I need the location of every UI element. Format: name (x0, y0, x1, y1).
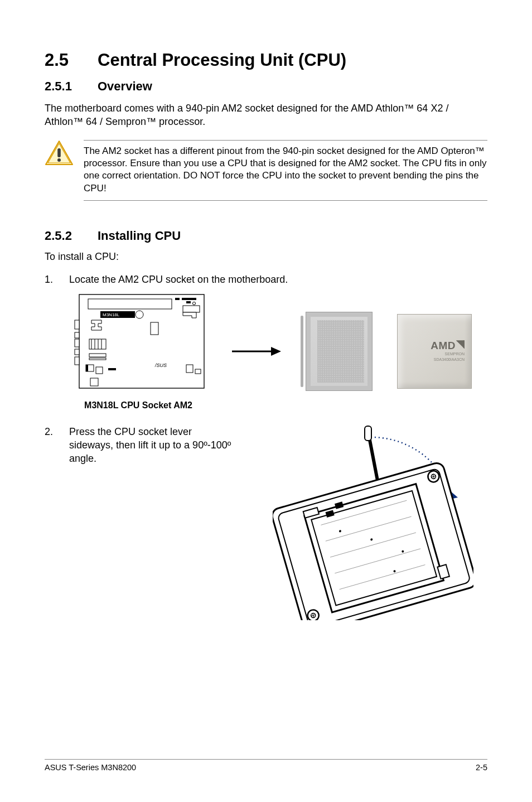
board-brand-label: /SUS (154, 363, 167, 368)
cpu-sub1: SEMPRON (445, 352, 465, 356)
svg-rect-0 (57, 148, 61, 157)
warning-text: The AM2 socket has a different pinout fr… (84, 145, 487, 195)
motherboard-diagram: M3N18L (69, 291, 207, 412)
subsection-title: Installing CPU (98, 229, 181, 243)
subsection-install-heading: 2.5.2Installing CPU (45, 229, 487, 243)
svg-rect-27 (108, 368, 116, 370)
subsection-title: Overview (98, 79, 152, 93)
motherboard-caption: M3N18L CPU Socket AM2 (69, 399, 207, 412)
install-intro: To install a CPU: (45, 251, 487, 263)
svg-rect-35 (365, 426, 371, 441)
board-model-label: M3N18L (103, 312, 120, 317)
svg-rect-3 (88, 299, 172, 309)
footer-left: ASUS T-Series M3N8200 (45, 763, 136, 772)
svg-point-7 (192, 302, 195, 305)
svg-rect-25 (86, 365, 88, 371)
cpu-photo: AMD SEMPRON SDA3400IAA3CN (397, 314, 472, 389)
svg-rect-16 (75, 357, 79, 365)
warning-icon (45, 140, 74, 167)
step-1: 1. Locate the AM2 CPU socket on the moth… (45, 273, 487, 411)
subsection-number: 2.5.2 (45, 229, 98, 243)
svg-rect-15 (75, 349, 79, 355)
section-heading: 2.5Central Processing Unit (CPU) (45, 50, 487, 70)
step-number: 2. (45, 425, 53, 438)
step-text: Locate the AM2 CPU socket on the motherb… (69, 274, 288, 285)
heading-title: Central Processing Unit (CPU) (98, 50, 346, 70)
svg-rect-23 (89, 358, 106, 360)
svg-rect-4 (175, 298, 180, 300)
figure-row: M3N18L (69, 291, 487, 412)
svg-rect-8 (183, 306, 200, 312)
svg-rect-6 (186, 301, 191, 303)
socket-photo (306, 312, 373, 391)
svg-rect-22 (89, 354, 106, 357)
svg-rect-30 (90, 378, 98, 386)
cpu-sub2: SDA3400IAA3CN (434, 357, 465, 362)
svg-rect-11 (151, 322, 158, 335)
heading-number: 2.5 (45, 50, 98, 70)
svg-rect-5 (182, 298, 196, 300)
svg-point-1 (57, 158, 61, 162)
page-footer: ASUS T-Series M3N8200 2-5 (45, 759, 487, 772)
footer-right: 2-5 (476, 763, 487, 772)
svg-point-9 (136, 311, 143, 318)
step-2: 2. Press the CPU socket lever sideways, … (45, 425, 487, 620)
subsection-number: 2.5.1 (45, 79, 98, 94)
amd-logo: AMD (431, 340, 465, 351)
step-text: Press the CPU socket lever sideways, the… (69, 426, 231, 465)
socket-lever-diagram (259, 425, 487, 620)
subsection-overview-heading: 2.5.1Overview (45, 79, 487, 94)
svg-rect-13 (75, 332, 79, 338)
svg-rect-29 (195, 369, 201, 374)
svg-rect-28 (186, 365, 193, 373)
svg-rect-12 (75, 320, 79, 329)
svg-marker-32 (271, 347, 281, 356)
svg-rect-26 (96, 367, 103, 374)
overview-body: The motherboard comes with a 940-pin AM2… (45, 102, 487, 129)
arrow-icon (232, 346, 281, 356)
step-number: 1. (45, 273, 53, 286)
svg-rect-14 (75, 339, 79, 347)
warning-callout: The AM2 socket has a different pinout fr… (45, 140, 487, 201)
